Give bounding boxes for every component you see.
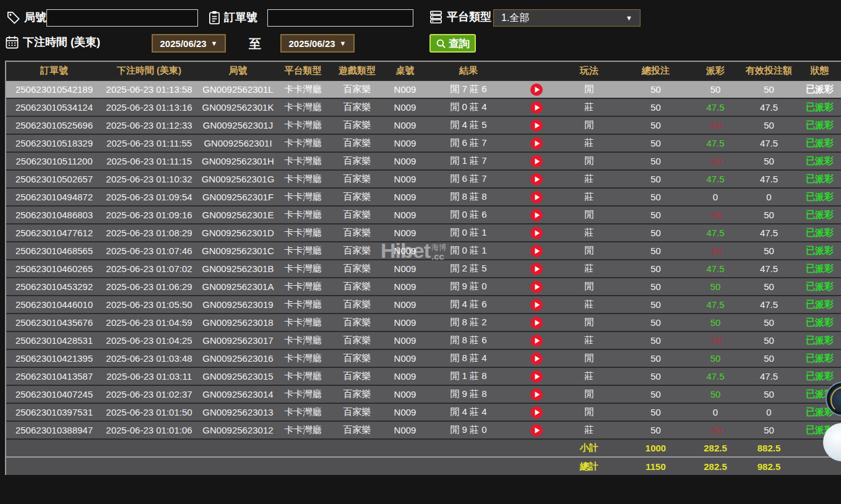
cell-status: 已派彩 [798,134,841,152]
cell-valid-bet: 50 [740,152,798,170]
cell-platform: 卡卡灣廳 [280,349,326,367]
play-video-icon[interactable] [530,317,543,329]
cell-game-type: 百家樂 [326,188,388,206]
cell-order: 250623010518329 [6,134,102,152]
bet-records-table-container: 訂單號 下注時間 (美東) 局號 平台類型 遊戲類型 桌號 結果 玩法 總投注 … [5,61,841,475]
play-video-icon[interactable] [530,370,543,383]
table-row[interactable]: 250623010413587 2025-06-23 01:03:11 GN00… [6,367,841,385]
server-rack-icon [429,10,443,24]
cell-total-bet: 50 [620,403,691,421]
play-video-icon[interactable] [530,299,543,311]
table-row[interactable]: 250623010477612 2025-06-23 01:08:29 GN00… [6,224,841,242]
cell-round: GN0092562301I [196,134,280,152]
cell-result: 閒 0 莊 1 [422,242,515,260]
cell-total-bet: 50 [620,385,691,403]
cell-round: GN00925623017 [196,331,280,349]
table-row[interactable]: 250623010421395 2025-06-23 01:03:48 GN00… [6,349,841,367]
play-video-icon[interactable] [530,245,543,257]
table-body: 250623010542189 2025-06-23 01:13:58 GN00… [6,80,841,439]
play-video-icon[interactable] [530,137,543,150]
play-video-icon[interactable] [530,209,543,221]
cell-result: 閒 7 莊 6 [422,80,515,98]
play-video-icon[interactable] [530,83,543,96]
date-to-picker[interactable]: 2025/06/23 ▼ [280,34,355,53]
play-video-icon[interactable] [530,119,543,132]
date-range-separator: 至 [249,36,261,53]
cell-status: 已派彩 [798,170,841,188]
total-label: 總計 [558,457,620,475]
play-video-icon[interactable] [530,263,543,275]
cell-status: 已派彩 [798,349,841,367]
col-header-play-type: 玩法 [558,62,620,80]
play-video-icon[interactable] [530,281,543,293]
cell-platform: 卡卡灣廳 [280,314,326,331]
cell-status: 已派彩 [798,224,841,242]
cell-valid-bet: 47.5 [740,296,798,314]
date-from-picker[interactable]: 2025/06/23 ▼ [152,34,226,53]
cell-play-type: 莊 [558,224,620,242]
cell-result: 閒 8 莊 4 [422,349,515,367]
table-row[interactable]: 250623010518329 2025-06-23 01:11:55 GN00… [6,134,841,152]
play-video-icon[interactable] [530,424,543,437]
table-row[interactable]: 250623010453292 2025-06-23 01:06:29 GN00… [6,278,841,296]
bet-history-page: { "filters": { "round": { "label": "局號",… [0,0,841,504]
table-row[interactable]: 250623010511200 2025-06-23 01:11:15 GN00… [6,152,841,170]
cell-table-no: N009 [388,188,422,206]
query-button[interactable]: 查詢 [429,34,476,53]
cell-play-type: 莊 [558,170,620,188]
cell-bet-time: 2025-06-23 01:01:06 [102,421,196,439]
play-video-icon[interactable] [530,155,543,168]
table-row[interactable]: 250623010460265 2025-06-23 01:07:02 GN00… [6,260,841,278]
table-row[interactable]: 250623010494872 2025-06-23 01:09:54 GN00… [6,188,841,206]
table-row[interactable]: 250623010428531 2025-06-23 01:04:25 GN00… [6,331,841,349]
cell-payout: -50 [691,421,740,439]
table-row[interactable]: 250623010502657 2025-06-23 01:10:32 GN00… [6,170,841,188]
cell-round: GN0092562301E [196,206,280,224]
cell-bet-time: 2025-06-23 01:08:29 [102,224,196,242]
play-video-icon[interactable] [530,335,543,347]
table-row[interactable]: 250623010542189 2025-06-23 01:13:58 GN00… [6,80,841,98]
table-row[interactable]: 250623010435676 2025-06-23 01:04:59 GN00… [6,314,841,331]
cell-status: 已派彩 [798,206,841,224]
cell-result: 閒 4 莊 6 [422,296,515,314]
round-input[interactable] [46,9,198,27]
table-row[interactable]: 250623010446010 2025-06-23 01:05:50 GN00… [6,296,841,314]
play-video-icon[interactable] [530,191,543,203]
cell-result: 閒 9 莊 0 [422,421,515,439]
cell-status: 已派彩 [798,278,841,296]
cell-play-type: 閒 [558,403,620,421]
col-header-round: 局號 [196,62,280,80]
cell-bet-time: 2025-06-23 01:09:54 [102,188,196,206]
cell-video [515,385,558,403]
play-video-icon[interactable] [530,352,543,365]
table-row[interactable]: 250623010397531 2025-06-23 01:01:50 GN00… [6,403,841,421]
cell-valid-bet: 50 [740,385,798,403]
table-row[interactable]: 250623010486803 2025-06-23 01:09:16 GN00… [6,206,841,224]
play-video-icon[interactable] [530,406,543,419]
cell-payout: 47.5 [691,170,740,188]
table-row[interactable]: 250623010388947 2025-06-23 01:01:06 GN00… [6,421,841,439]
cell-valid-bet: 50 [740,349,798,367]
cell-play-type: 莊 [558,98,620,116]
table-row[interactable]: 250623010468565 2025-06-23 01:07:46 GN00… [6,242,841,260]
clipboard-icon [209,11,220,25]
cell-game-type: 百家樂 [326,314,388,331]
platform-type-select[interactable]: 1.全部 ▼ [493,9,640,27]
play-video-icon[interactable] [530,388,543,401]
play-video-icon[interactable] [530,227,543,239]
table-row[interactable]: 250623010534124 2025-06-23 01:13:16 GN00… [6,98,841,116]
cell-total-bet: 50 [620,314,691,331]
col-header-platform: 平台類型 [280,62,326,80]
cell-game-type: 百家樂 [326,349,388,367]
cell-platform: 卡卡灣廳 [280,134,326,152]
col-header-order: 訂單號 [6,62,102,80]
cell-play-type: 莊 [558,331,620,349]
table-row[interactable]: 250623010525696 2025-06-23 01:12:33 GN00… [6,116,841,134]
play-video-icon[interactable] [530,101,543,114]
total-valid-bet: 982.5 [740,457,798,475]
play-video-icon[interactable] [530,173,543,186]
order-input[interactable] [267,9,413,27]
table-row[interactable]: 250623010407245 2025-06-23 01:02:37 GN00… [6,385,841,403]
cell-result: 閒 4 莊 4 [422,403,515,421]
table-header-row: 訂單號 下注時間 (美東) 局號 平台類型 遊戲類型 桌號 結果 玩法 總投注 … [6,62,841,80]
